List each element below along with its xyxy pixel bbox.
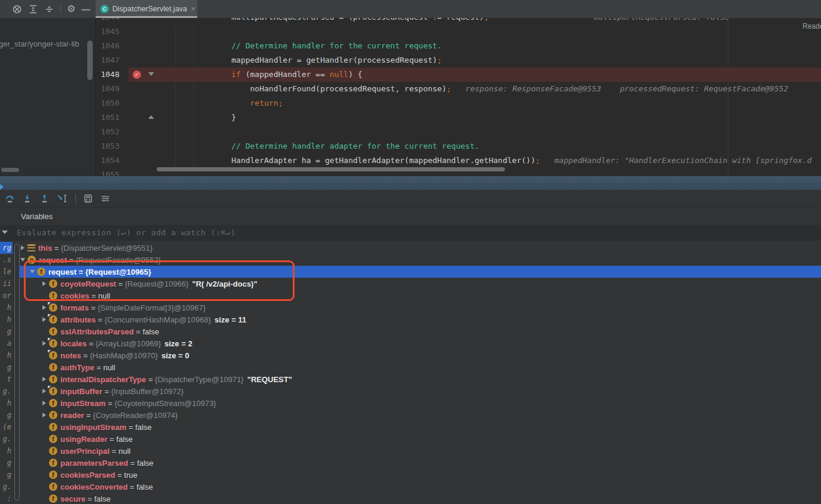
variable-row-reader[interactable]: freader = {CoyoteReader@10974} [19,409,821,421]
expand-chevron-icon[interactable] [41,317,48,322]
expand-chevron-icon[interactable] [19,258,26,262]
variable-row-usingReader[interactable]: fusingReader = false [19,433,821,445]
variable-value-detail: "REQUEST" [247,375,292,384]
hide-panel-icon[interactable]: — [81,5,90,14]
collapse-all-icon[interactable] [44,4,54,14]
frame-item-clipped[interactable]: g [0,409,13,421]
code-line-1044[interactable]: 1044 multipartRequestParsed = (processed… [96,18,821,24]
step-out-icon[interactable] [39,193,50,204]
code-line-1050[interactable]: 1050 return; [96,96,821,110]
editor-horizontal-scrollbar[interactable] [157,167,505,171]
expand-chevron-icon[interactable] [29,270,36,273]
expand-chevron-icon[interactable] [41,389,48,394]
variable-row-notes[interactable]: fnotes = {HashMap@10970}size = 0 [19,349,821,361]
frame-item-clipped[interactable]: : [0,493,13,504]
field-icon: f [49,315,57,324]
variable-row-secure[interactable]: fsecure = false [19,493,821,504]
settings-gear-icon[interactable]: ⚙ [67,4,75,14]
this-reference-icon [27,244,35,251]
window-toolbar: ⚙ — [12,0,90,18]
frame-item-clipped[interactable]: g. [0,481,13,493]
variable-name: authType [60,363,94,372]
frame-item-clipped[interactable]: t [0,373,13,385]
frame-item-clipped[interactable]: h [0,445,13,457]
frame-item-clipped[interactable]: a [0,337,13,349]
frame-item-clipped[interactable]: h [0,349,13,361]
variable-row-request[interactable]: frequest = {Request@10965} [19,266,821,278]
variable-row-attributes[interactable]: fattributes = {ConcurrentHashMap@10968}s… [19,314,821,325]
variable-row-inputBuffer[interactable]: finputBuffer = {InputBuffer@10972} [19,385,821,397]
frame-item-clipped[interactable]: or [0,290,13,302]
variable-value: {SimpleDateFormat[3]@10967} [98,303,206,312]
variable-row-sslAttributesParsed[interactable]: fsslAttributesParsed = false [19,325,821,337]
expand-chevron-icon[interactable] [41,377,48,382]
variable-row-parametersParsed[interactable]: fparametersParsed = false [19,457,821,469]
code-line-1049[interactable]: 1049 noHandlerFound(processedRequest, re… [96,82,821,96]
expand-chevron-icon[interactable] [41,305,48,310]
step-into-icon[interactable] [22,193,32,204]
code-line-1053[interactable]: 1053 // Determine handler adapter for th… [96,139,821,153]
navigate-target-icon[interactable] [12,4,22,14]
evaluate-expression-icon[interactable] [83,193,93,204]
code-editor[interactable]: Reade 1044 multipartRequestParsed = (pro… [96,18,821,176]
frame-item-clipped[interactable]: ii [0,278,13,290]
variable-row-cookiesConverted[interactable]: fcookiesConverted = false [19,481,821,493]
project-panel-horizontal-scrollbar[interactable] [1,168,19,172]
variable-name: notes [60,351,81,360]
variable-row-cookiesParsed[interactable]: fcookiesParsed = true [19,469,821,481]
frame-item-clipped[interactable]: g [0,325,13,337]
code-line-1054[interactable]: 1054 HandlerAdapter ha = getHandlerAdapt… [96,153,821,168]
frame-item-clipped[interactable]: h [0,302,13,314]
variable-row-request[interactable]: prequest = {RequestFacade@9552} [19,254,821,266]
variable-row-coyoteRequest[interactable]: fcoyoteRequest = {Request@10966}"R( /v2/… [19,278,821,290]
variable-row-locales[interactable]: flocales = {ArrayList@10969}size = 2 [19,337,821,349]
line-number: 1044 [100,18,120,24]
expand-all-icon[interactable] [28,4,38,14]
frame-item-clipped[interactable]: g. [0,385,13,397]
frame-item-clipped[interactable]: g [0,457,13,469]
code-line-1048[interactable]: 1048✓ if (mappedHandler == null) { [96,67,821,82]
breakpoint-icon[interactable]: ✓ [133,70,141,79]
field-icon: f [49,327,57,336]
code-content: mappedHandler = getHandler(processedRequ… [157,53,442,67]
frame-item-clipped[interactable]: h [0,397,13,409]
code-line-1047[interactable]: 1047 mappedHandler = getHandler(processe… [96,53,821,67]
variable-row-formats[interactable]: fformats = {SimpleDateFormat[3]@10967} [19,302,821,314]
variable-row-authType[interactable]: fauthType = null [19,361,821,373]
frame-item-clipped[interactable]: le [0,266,13,278]
expand-chevron-icon[interactable] [41,413,48,417]
variable-row-this[interactable]: this = {DispatcherServlet@9551} [19,242,821,254]
variable-row-inputStream[interactable]: finputStream = {CoyoteInputStream@10973} [19,397,821,409]
code-line-1045[interactable]: 1045 [96,24,821,39]
run-to-cursor-icon[interactable] [57,193,68,204]
frame-item-clipped[interactable]: g [0,361,13,373]
frame-item-clipped[interactable]: (e [0,421,13,433]
layout-settings-icon[interactable] [100,193,111,204]
frame-item-clipped[interactable]: g [0,469,13,481]
code-line-1046[interactable]: 1046 // Determine handler for the curren… [96,39,821,53]
threads-dropdown-icon[interactable] [2,231,8,234]
tab-close-icon[interactable]: × [191,5,195,13]
expand-chevron-icon[interactable] [41,281,48,286]
code-line-1052[interactable]: 1052 [96,125,821,139]
panel-splitter[interactable] [0,176,821,190]
frame-item-clipped[interactable]: g. [0,433,13,445]
frame-item-clipped[interactable]: .s [0,254,13,266]
expand-chevron-icon[interactable] [41,401,48,405]
variable-row-internalDispatcherType[interactable]: finternalDispatcherType = {DispatcherTyp… [19,373,821,385]
field-icon: f [49,339,57,348]
frame-item-clipped[interactable]: h [0,314,13,325]
step-over-icon[interactable] [5,193,15,204]
fold-marker-icon[interactable] [148,72,154,76]
tab-variables[interactable]: Variables [21,212,53,221]
editor-tab-dispatcherservlet[interactable]: C DispatcherServlet.java × [96,0,197,18]
code-line-1051[interactable]: 1051 } [96,110,821,125]
variable-row-userPrincipal[interactable]: fuserPrincipal = null [19,445,821,457]
frame-item-clipped[interactable]: rg [0,242,13,254]
project-panel-vertical-scrollbar[interactable] [87,41,93,80]
expand-chevron-icon[interactable] [19,245,26,250]
expand-chevron-icon[interactable] [41,341,48,346]
variable-row-cookies[interactable]: fcookies = null [19,290,821,302]
variable-row-usingInputStream[interactable]: fusingInputStream = false [19,421,821,433]
fold-marker-icon[interactable] [148,115,154,119]
